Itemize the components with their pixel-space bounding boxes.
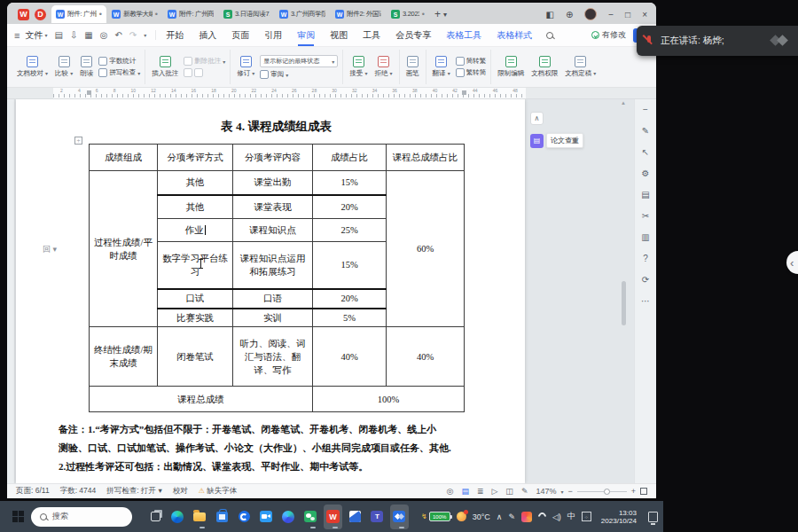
proofread-button[interactable]: 文档校对 ▾ <box>15 56 50 78</box>
cell[interactable]: 其他 <box>158 195 233 219</box>
page-view-icon[interactable]: ▤ <box>461 487 469 496</box>
process-total-cell[interactable]: 60% <box>387 171 465 327</box>
menu-table-tools[interactable]: 表格工具 <box>445 25 482 46</box>
cell[interactable]: 实训 <box>233 309 313 327</box>
doc-tab-7[interactable]: S 3.2023级日语专... • <box>387 5 429 23</box>
sync-status[interactable]: 有修改 <box>591 29 626 41</box>
ime-app-icon[interactable] <box>521 512 532 522</box>
cell[interactable]: 课堂表现 <box>233 195 313 219</box>
more-icon[interactable]: ⋯ <box>641 296 650 306</box>
scrollbar-thumb[interactable] <box>622 281 626 325</box>
read-mode-icon[interactable]: ▷ <box>491 487 497 496</box>
header-cell[interactable]: 分项考评内容 <box>233 145 313 171</box>
menu-home[interactable]: 开始 <box>165 25 184 46</box>
task-view-button[interactable] <box>146 505 165 529</box>
scroll-up-arrow[interactable]: ▲ <box>621 100 626 106</box>
help-icon[interactable]: ? <box>643 254 648 263</box>
tab-list-chevron[interactable]: ▾ <box>443 11 447 19</box>
next-comment-button[interactable] <box>184 68 225 77</box>
meeting-app-button[interactable] <box>390 505 409 529</box>
save-icon[interactable]: ▤ <box>54 30 62 40</box>
menu-reference[interactable]: 引用 <box>263 25 283 46</box>
header-cell[interactable]: 成绩组成 <box>90 145 158 171</box>
back-to-top-button[interactable]: ∧ <box>530 112 544 125</box>
docer-logo[interactable]: D <box>35 9 46 20</box>
doc-tab-2[interactable]: W 新教学大纲修订... • <box>107 5 162 23</box>
word-count-button[interactable]: 字数统计 <box>98 57 140 66</box>
insert-comment-button[interactable]: 插入批注 <box>150 56 180 78</box>
print-icon[interactable]: ▦ <box>84 30 92 40</box>
minimize-button[interactable]: − <box>608 10 614 20</box>
reject-button[interactable]: 拒绝 ▾ <box>372 56 394 78</box>
read-aloud-button[interactable]: 朗读 <box>78 56 95 78</box>
horizontal-ruler[interactable]: 2468101214161820222426283032343638404244… <box>7 88 656 99</box>
document-page[interactable]: 表 4. 课程成绩组成表 + 回 ▾ 成绩组成 分项考评方式 分项考评内容 成绩… <box>16 99 525 483</box>
menu-tools[interactable]: 工具 <box>362 25 381 46</box>
new-tab-button[interactable]: + <box>434 8 441 20</box>
mark-state-select[interactable]: 显示标记的最终状态▾ <box>260 55 338 67</box>
taskbar-search[interactable]: 搜索 <box>31 507 132 527</box>
doc-finalize-button[interactable]: 文档定稿 ▾ <box>563 56 598 78</box>
zoom-out-button[interactable]: − <box>567 487 572 496</box>
customize-toolbar-chevron[interactable]: ▾ <box>144 32 146 38</box>
menu-view[interactable]: 视图 <box>329 25 348 46</box>
menu-review[interactable]: 审阅 <box>296 25 316 46</box>
cell[interactable]: 比赛实践 <box>158 309 233 327</box>
zoom-knob[interactable] <box>604 489 610 495</box>
weather-icon[interactable] <box>457 512 466 521</box>
cell[interactable]: 20% <box>313 195 387 219</box>
menu-page[interactable]: 页面 <box>231 25 250 46</box>
wps-logo[interactable]: W <box>18 9 29 20</box>
spell-check-button[interactable]: 拼写检查▾ <box>98 68 140 77</box>
cell[interactable]: 口试 <box>158 289 233 309</box>
menu-member[interactable]: 会员专享 <box>395 25 432 46</box>
table-notes[interactable]: 备注：1.“考评方式”包括但不限于：开卷笔试、闭卷笔试、开卷机考、闭卷机考、线上… <box>59 420 507 476</box>
cell[interactable]: 课程知识点 <box>233 219 313 242</box>
tray-expand-chevron[interactable]: ∧ <box>497 512 503 521</box>
split-view-icon[interactable]: ◧ <box>545 10 553 20</box>
edit-pen-icon[interactable]: ✎ <box>642 126 649 136</box>
temperature-label[interactable]: 30°C <box>473 512 490 521</box>
account-avatar[interactable] <box>584 8 597 20</box>
redo-icon[interactable]: ↷ <box>129 30 137 40</box>
zoom-slider[interactable] <box>577 491 627 492</box>
select-cursor-icon[interactable]: ↖ <box>642 147 649 157</box>
file-explorer-button[interactable] <box>191 505 209 529</box>
notes-app-button[interactable] <box>346 505 364 529</box>
margin-marker[interactable]: 回 ▾ <box>43 244 57 255</box>
wps-taskbar-button[interactable]: W <box>324 505 342 529</box>
doc-tab-1[interactable]: W 附件: 广州商学... • <box>51 5 106 23</box>
clock[interactable]: 13:03 2023/10/24 <box>601 509 637 525</box>
header-cell[interactable]: 课程总成绩占比 <box>387 145 465 171</box>
ime-language-indicator[interactable]: 中 <box>567 511 575 522</box>
total-label-cell[interactable]: 课程总成绩 <box>90 387 313 412</box>
menu-table-style[interactable]: 表格样式 <box>496 25 533 46</box>
cell[interactable]: 15% <box>313 242 387 289</box>
cell[interactable]: 15% <box>313 171 387 195</box>
compare-button[interactable]: 比较 ▾ <box>53 56 74 78</box>
doc-tab-4[interactable]: S 3.日语阅读7.24.x... <box>219 5 274 23</box>
hamburger-icon[interactable]: ≡ <box>14 30 20 41</box>
table-move-handle[interactable]: + <box>74 137 82 145</box>
cell[interactable]: 闭卷笔试 <box>158 327 233 387</box>
page-indicator[interactable]: 页面: 6/11 <box>16 486 50 497</box>
process-group-cell[interactable]: 过程性成绩/平时成绩 <box>90 171 158 327</box>
pen-tray-icon[interactable]: ✎ <box>508 512 515 521</box>
eye-protect-icon[interactable]: ◎ <box>447 487 454 496</box>
cell[interactable]: 课堂出勤 <box>233 171 313 195</box>
final-total-cell[interactable]: 40% <box>387 327 465 387</box>
cell[interactable]: 听力、阅读、词汇与语法、翻译、写作 <box>233 327 313 387</box>
final-group-cell[interactable]: 终结性成绩/期末成绩 <box>90 327 158 387</box>
image-tool-icon[interactable]: ▤ <box>641 190 649 200</box>
wifi-icon[interactable] <box>536 511 548 522</box>
video-app-button[interactable] <box>257 505 276 529</box>
cell-with-cursor[interactable]: 作业 <box>158 219 233 242</box>
skin-icon[interactable]: ⊕ <box>566 10 573 20</box>
cell[interactable]: 其他 <box>158 171 233 195</box>
delete-comment-button[interactable]: 删除批注▾ <box>184 57 225 66</box>
preview-icon[interactable]: ◎ <box>100 30 108 40</box>
traditional-to-simplified-button[interactable]: 繁转简 <box>456 68 487 77</box>
left-indent-marker[interactable] <box>87 90 91 95</box>
paper-check-icon[interactable]: ▤ <box>530 134 544 148</box>
track-changes-button[interactable]: 修订 ▾ <box>235 56 256 78</box>
